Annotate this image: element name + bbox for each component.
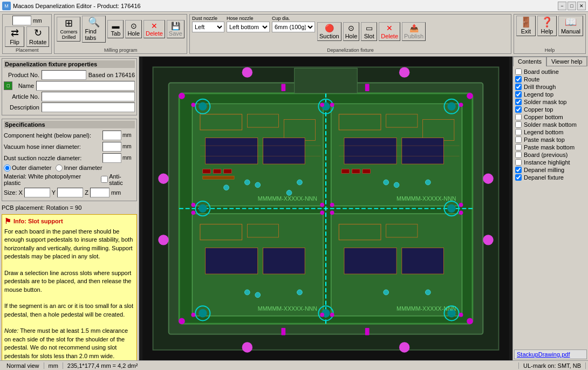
- help-button[interactable]: ❓ Help: [537, 16, 557, 36]
- save-button[interactable]: 💾 Save: [167, 20, 184, 39]
- pcb-placement: PCB placement: Rotation = 90: [2, 204, 137, 211]
- layer-checkbox-3[interactable]: [515, 91, 522, 98]
- anti-static-label[interactable]: Anti-static: [101, 173, 135, 186]
- layer-item-2: Drill through: [515, 84, 586, 90]
- layer-list: Board outlineRouteDrill throughLegend to…: [513, 66, 588, 184]
- tab-button[interactable]: ▬ Tab: [107, 20, 124, 39]
- size-z-input[interactable]: 17,00: [90, 188, 110, 197]
- article-row: Article No.: [4, 92, 135, 101]
- layer-checkbox-5[interactable]: [515, 106, 522, 113]
- size-x-input[interactable]: 145,10: [24, 188, 50, 197]
- close-button[interactable]: ✕: [577, 2, 586, 10]
- tab-width-input[interactable]: 2,4: [12, 16, 31, 25]
- article-input[interactable]: [42, 92, 135, 101]
- layer-checkbox-8[interactable]: [515, 129, 522, 135]
- info-text: For each board in the panel there should…: [4, 228, 134, 360]
- maximize-button[interactable]: □: [568, 2, 576, 10]
- rotate-button[interactable]: ↻ Rotate: [26, 26, 49, 47]
- layer-checkbox-6[interactable]: [515, 114, 522, 120]
- product-no-input[interactable]: [42, 70, 86, 80]
- layer-label-4: Solder mask top: [524, 99, 566, 105]
- tab-viewer-help[interactable]: Viewer help: [546, 57, 587, 66]
- minimize-button[interactable]: −: [558, 2, 566, 10]
- hose-nozzle-label: Hose nozzle: [227, 16, 270, 21]
- manual-button[interactable]: 📖 Manual: [558, 16, 583, 36]
- info-line-2: Draw a selection line across slots where…: [4, 269, 134, 294]
- layer-checkbox-14[interactable]: [515, 174, 522, 181]
- delete-fixture-button[interactable]: ✕ Delete: [379, 22, 400, 41]
- hose-nozzle-select[interactable]: Left bottomRight bottomTop: [227, 22, 270, 32]
- publish-button[interactable]: 📤 Publish: [402, 22, 426, 41]
- info-line-3: If the segment is an arc or it is too sm…: [4, 302, 134, 319]
- depan-fixture-section: Dust nozzle LeftRightCenter Hose nozzle …: [189, 14, 511, 54]
- layer-checkbox-11[interactable]: [515, 152, 522, 158]
- flip-button[interactable]: ⇄ Flip: [5, 26, 24, 47]
- size-y-input[interactable]: 269,40: [57, 188, 83, 197]
- hole-button[interactable]: ⊙ Hole: [125, 20, 142, 39]
- svg-rect-33: [363, 169, 371, 174]
- layer-label-5: Copper top: [524, 106, 553, 113]
- slot-button[interactable]: ▭ Slot: [361, 22, 377, 41]
- info-title: ⚑ Info: Slot support: [4, 217, 134, 225]
- svg-point-53: [199, 102, 207, 111]
- layer-checkbox-2[interactable]: [515, 84, 522, 90]
- publish-label: Publish: [404, 33, 423, 39]
- delete-milling-button[interactable]: ✕ Delete: [143, 20, 165, 39]
- hole-fixture-button[interactable]: ⊙ Hole: [343, 22, 360, 41]
- inner-diameter-radio[interactable]: [56, 165, 63, 172]
- anti-static-text: Anti-static: [109, 173, 135, 186]
- properties-title: Depanelization fixture properties: [4, 60, 135, 68]
- pcb-canvas-area[interactable]: MMMMM-XXXXX-NNN MMMMM-XXXXX-NNN MMMMM-XX…: [139, 57, 512, 360]
- rotate-label: Rotate: [29, 39, 46, 45]
- description-input[interactable]: [42, 102, 135, 112]
- name-input[interactable]: 3ddemopnl depanel: [36, 81, 135, 91]
- dust-suction-input[interactable]: 28: [102, 153, 121, 163]
- cup-dia-select[interactable]: 6mm (100g)4mm (50g)8mm (200g): [272, 22, 315, 32]
- tab-contents[interactable]: Contents: [513, 57, 546, 66]
- component-height-unit: mm: [121, 132, 135, 138]
- specifications-section: Specifications Component height (below p…: [2, 119, 137, 201]
- svg-point-35: [394, 182, 399, 188]
- layer-item-0: Board outline: [515, 68, 586, 75]
- layer-item-3: Legend top: [515, 91, 586, 98]
- outer-diameter-radio[interactable]: [4, 165, 11, 172]
- layer-checkbox-10[interactable]: [515, 144, 522, 150]
- dust-suction-label: Dust suction nozzle diameter:: [4, 155, 102, 161]
- component-height-input[interactable]: 5: [102, 131, 121, 140]
- info-box: ⚑ Info: Slot support For each board in t…: [2, 214, 137, 360]
- layer-checkbox-13[interactable]: [515, 167, 522, 173]
- dust-nozzle-select[interactable]: LeftRightCenter: [192, 22, 224, 32]
- svg-point-80: [191, 210, 195, 215]
- suction-button[interactable]: 🔴 Suction: [317, 22, 341, 41]
- toolbar: 2,4 mm ⇄ Flip ↻ Rotate Placement: [0, 12, 588, 57]
- layer-checkbox-1[interactable]: [515, 76, 522, 83]
- outer-diameter-radio-label[interactable]: Outer diameter: [4, 165, 51, 172]
- manual-label: Manual: [561, 28, 580, 35]
- svg-rect-40: [263, 248, 305, 274]
- diameter-radio-group: Outer diameter Inner diameter: [4, 165, 135, 172]
- vacuum-hose-input[interactable]: 7: [102, 142, 121, 152]
- layer-checkbox-7[interactable]: [515, 121, 522, 128]
- svg-point-74: [330, 102, 334, 107]
- specs-title: Specifications: [4, 121, 135, 128]
- svg-point-91: [483, 235, 493, 245]
- unit-status: mm: [44, 362, 63, 369]
- exit-button[interactable]: 🚪 Exit: [516, 16, 536, 36]
- save-label: Save: [169, 30, 182, 37]
- svg-point-92: [242, 67, 252, 77]
- stackup-link[interactable]: StackupDrawing.pdf: [514, 350, 587, 359]
- svg-point-94: [242, 342, 252, 352]
- layer-checkbox-4[interactable]: [515, 99, 522, 105]
- svg-point-72: [191, 102, 195, 107]
- find-tabs-button[interactable]: 🔍 Find tabs: [82, 16, 106, 43]
- app-icon: M: [2, 2, 11, 10]
- inner-diameter-radio-label[interactable]: Inner diameter: [56, 165, 102, 172]
- layer-checkbox-0[interactable]: [515, 68, 522, 75]
- layer-checkbox-12[interactable]: [515, 159, 522, 166]
- corners-drilled-button[interactable]: ⊞ CornersDrilled: [57, 17, 80, 42]
- svg-rect-104: [365, 328, 370, 335]
- layer-item-11: Board (previous): [515, 152, 586, 158]
- svg-rect-39: [206, 248, 258, 274]
- layer-checkbox-9[interactable]: [515, 136, 522, 143]
- anti-static-checkbox[interactable]: [101, 176, 108, 183]
